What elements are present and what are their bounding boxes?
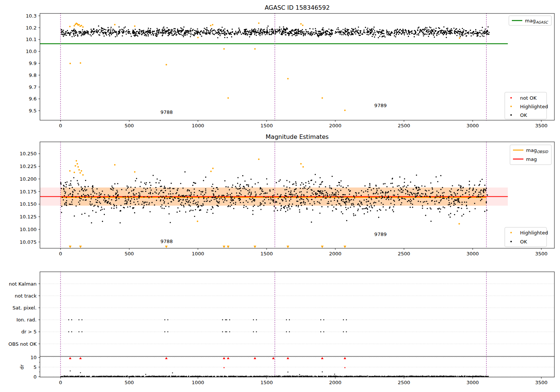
obsid-annotation: 9789 <box>374 103 387 108</box>
y-tick-label: 10.3 <box>26 13 37 19</box>
x-tick-label: 0 <box>59 123 62 128</box>
panel-magnitude-estimates: 97889789050010001500200025003000350010.2… <box>20 142 555 256</box>
y-tick-label: 9.8 <box>29 72 37 78</box>
clipped-low-marker <box>79 246 82 248</box>
legend-marker-sample <box>510 97 512 99</box>
y-tick-label: 10.0 <box>26 49 37 54</box>
y-tick-label: 10.1 <box>26 37 37 42</box>
y-tick-label: 10.075 <box>20 239 37 245</box>
dr-tick-label: 10 <box>30 355 37 360</box>
y-tick-label: 10.150 <box>20 201 37 207</box>
x-tick-label: 3000 <box>467 251 479 256</box>
x-tick-label: 3500 <box>535 380 547 385</box>
x-tick-label: 2500 <box>398 251 410 256</box>
not-ok-clipped-marker <box>223 357 225 359</box>
y-tick-label: 10.175 <box>20 189 37 195</box>
y-tick-label: 9.7 <box>29 84 37 90</box>
not-ok-clipped-marker <box>227 357 230 359</box>
legend-label: OK <box>520 239 527 245</box>
not-ok-clipped-marker <box>165 357 168 359</box>
y-tick-label: 10.100 <box>20 227 37 232</box>
x-tick-label: 3500 <box>535 251 547 256</box>
not-ok-clipped-marker <box>321 357 324 359</box>
x-tick-label: 1000 <box>192 123 204 128</box>
x-tick-label: 3000 <box>467 380 479 385</box>
legend-label: OK <box>520 112 527 118</box>
y-tick-label: 9.6 <box>29 96 37 102</box>
legend-label: mag <box>526 156 537 162</box>
y-tick-label: 10.200 <box>20 176 37 182</box>
clipped-low-marker <box>227 246 230 248</box>
x-tick-label: 0 <box>59 380 62 385</box>
not-ok-clipped-marker <box>253 357 256 359</box>
legend-marker-sample <box>510 232 512 233</box>
legend: HighlightedOK <box>505 227 548 247</box>
flag-row-label: not track <box>15 293 37 299</box>
axes-frame <box>40 272 554 377</box>
obsid-annotation: 9788 <box>161 109 173 115</box>
obsid-annotation: 9788 <box>161 239 173 244</box>
x-tick-label: 1500 <box>261 380 273 385</box>
legend: magOBSIDmag <box>510 145 551 165</box>
x-tick-label: 1500 <box>261 123 273 128</box>
legend-marker-sample <box>510 114 512 116</box>
x-tick-label: 500 <box>125 123 134 128</box>
dr-axis-label: dr <box>19 364 25 370</box>
flag-row-label: OBS not OK <box>9 341 37 347</box>
y-tick-label: 10.2 <box>26 25 37 31</box>
obsid-annotation: 9789 <box>374 231 387 237</box>
axes-frame <box>40 13 554 120</box>
figure: 97889789050010001500200025003000350010.3… <box>0 0 560 392</box>
clipped-low-marker <box>321 246 324 248</box>
x-tick-label: 0 <box>59 251 62 256</box>
flag-row-label: Sat. pixel. <box>13 305 37 311</box>
legend: magAGASC <box>509 16 551 25</box>
legend-label: not OK <box>520 95 537 101</box>
not-ok-clipped-marker <box>272 357 275 359</box>
highlighted-points <box>70 23 460 111</box>
x-tick-label: 1500 <box>261 251 273 256</box>
x-tick-label: 500 <box>125 251 134 256</box>
dr-tick-label: 0 <box>34 374 37 380</box>
flag-row-label: not Kalman <box>9 281 37 287</box>
x-tick-label: 2000 <box>329 123 342 128</box>
dr-points <box>61 376 488 377</box>
y-tick-label: 10.225 <box>20 164 37 169</box>
legend-label: Highlighted <box>520 230 548 236</box>
panel-flags-dr: not Kalmannot trackSat. pixel.Ion. rad.d… <box>9 272 555 385</box>
plots-svg: 97889789050010001500200025003000350010.3… <box>0 0 560 392</box>
y-tick-label: 9.5 <box>29 108 37 113</box>
clipped-low-marker <box>69 246 71 248</box>
y-tick-label: 10.250 <box>20 151 37 156</box>
dr-tick-label: 5 <box>34 364 37 370</box>
x-tick-label: 500 <box>125 380 134 385</box>
clipped-low-marker <box>223 246 225 248</box>
flag-row-label: dr > 5 <box>21 329 37 335</box>
x-tick-label: 2000 <box>329 251 342 256</box>
x-tick-label: 3500 <box>535 123 547 128</box>
middle-panel-title: Magnitude Estimates <box>266 133 329 140</box>
clipped-low-marker <box>165 246 168 248</box>
legend-marker-sample <box>510 241 512 242</box>
x-tick-label: 1000 <box>192 380 204 385</box>
y-tick-label: 9.9 <box>29 60 37 66</box>
x-tick-label: 2000 <box>329 380 342 385</box>
clipped-low-marker <box>253 246 256 248</box>
x-tick-label: 1000 <box>192 251 204 256</box>
not-ok-clipped-marker <box>79 357 82 359</box>
y-tick-label: 10.125 <box>20 214 37 220</box>
flag-row-label: Ion. rad. <box>16 317 37 323</box>
legend-marker-sample <box>510 106 512 107</box>
dr-spike-points <box>70 371 335 375</box>
flag-event-points <box>69 320 346 332</box>
panel-agasc-mag: 97889789050010001500200025003000350010.3… <box>26 13 554 128</box>
x-tick-label: 2500 <box>398 380 410 385</box>
x-tick-label: 2500 <box>398 123 410 128</box>
clipped-low-marker <box>343 246 346 248</box>
clipped-low-marker <box>287 246 289 248</box>
top-panel-title: AGASC ID 158346592 <box>265 4 330 11</box>
legend-label: Highlighted <box>520 104 548 109</box>
x-tick-label: 3000 <box>467 123 479 128</box>
legend: not OKHighlightedOK <box>505 92 548 119</box>
